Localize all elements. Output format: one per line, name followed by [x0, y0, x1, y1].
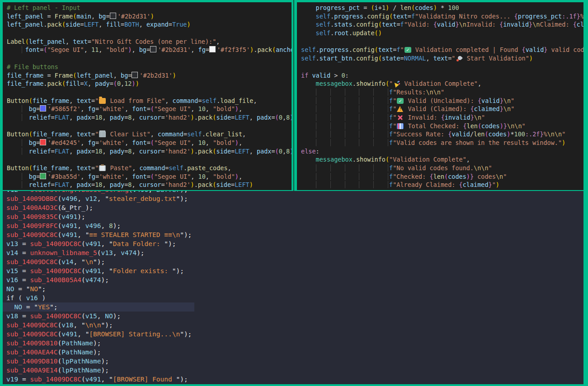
code-token: else — [301, 148, 316, 155]
code-token: ); — [93, 349, 101, 356]
code-token — [301, 4, 316, 11]
code-token: ) — [529, 55, 533, 62]
code-token: Data Folder: — [113, 240, 165, 247]
code-token: , — [139, 21, 146, 28]
code-token: ( — [212, 114, 216, 121]
code-token: self — [316, 13, 331, 20]
code-token — [7, 114, 22, 121]
code-token: f — [389, 105, 393, 112]
editor-right-pane[interactable]: progress_pct = (i+1) / len(codes) * 100 … — [297, 2, 583, 190]
code-line: bg='#5865f2', fg='white', font=("Segoe U… — [3, 105, 292, 113]
code-token: codes — [489, 130, 507, 138]
code-token: " — [93, 258, 97, 265]
code-line: else: — [297, 147, 583, 156]
code-token: = — [51, 181, 55, 188]
code-token: 10 — [198, 173, 206, 180]
code-token: Claimed: — [540, 21, 573, 28]
code-token: "Validating Nitro codes... — [415, 13, 514, 20]
code-token: , — [113, 249, 121, 256]
code-token: Invalid: — [404, 114, 441, 121]
code-token: f — [389, 114, 393, 121]
panel-divider — [293, 0, 294, 191]
code-token: = — [80, 21, 84, 28]
code-token: = — [80, 80, 84, 87]
decompiler-pane[interactable]: v12 = std::string::basic_string(v496, Bu… — [3, 191, 583, 384]
code-line: left_panel = Frame(main, bg='#2b2d31') — [3, 12, 292, 21]
code-token: , — [239, 139, 242, 146]
code-token: " — [109, 267, 113, 274]
code-line: f"No valid codes found.\n\n" — [297, 164, 583, 172]
code-token: len — [474, 130, 485, 138]
code-token: PathName — [61, 349, 93, 356]
code-token: YES — [38, 303, 50, 311]
code-token: Folder exists: — [113, 267, 172, 274]
code-token: , — [113, 72, 121, 79]
code-token: = — [110, 80, 113, 87]
code-line: sub_14009DC8C(v491, "≡≡ STEALER STARTED … — [3, 230, 583, 239]
code-token: \n\n — [85, 321, 101, 329]
code-token: , — [77, 330, 85, 338]
code-token: , — [69, 97, 76, 104]
code-token: self — [202, 97, 217, 104]
code-token: " — [393, 114, 396, 121]
editor-left-pane[interactable]: # Left panel - Inputleft_panel = Frame(m… — [3, 2, 292, 190]
code-token — [7, 139, 22, 146]
code-token: LEFT — [235, 114, 249, 121]
code-token: " — [400, 46, 404, 53]
code-token: ( — [371, 4, 374, 11]
code-token — [316, 88, 390, 96]
code-token: ) — [386, 4, 389, 11]
code-token: fg — [88, 105, 95, 112]
code-token: lpPathName — [61, 358, 101, 365]
code-token — [22, 114, 29, 121]
code-token: sub_14009D810 — [6, 358, 58, 365]
check-icon — [397, 98, 404, 104]
code-token — [301, 181, 316, 188]
code-token: Frame — [55, 72, 73, 79]
code-token: text — [393, 13, 408, 20]
code-token: , — [91, 13, 99, 20]
code-token: . — [330, 13, 334, 20]
code-token: text — [73, 38, 88, 45]
code-token: \n\n — [474, 164, 489, 172]
code-token: = — [95, 173, 99, 180]
code-token: 18 — [95, 181, 102, 188]
code-token: pack — [198, 114, 213, 121]
code-token: = — [36, 139, 40, 146]
code-token: sub_14009DC8C — [30, 312, 81, 320]
code-token: = — [169, 21, 172, 28]
code-token — [301, 139, 316, 146]
code-token: command — [173, 97, 198, 104]
code-token: ) — [191, 181, 194, 188]
code-token: f — [411, 13, 415, 20]
code-token: . — [353, 21, 356, 28]
code-token: "Already Claimed: — [393, 181, 459, 188]
code-token: . — [330, 29, 334, 37]
code-token: pack — [198, 181, 213, 188]
code-token: 0 — [117, 80, 121, 87]
code-token: v496 — [61, 195, 77, 202]
code-token: font — [132, 139, 147, 146]
code-token: f — [389, 97, 393, 104]
code-token: \n\n — [426, 88, 441, 96]
code-token: i — [375, 4, 378, 11]
code-token: "Checked: — [393, 173, 429, 180]
code-token: ); — [113, 312, 121, 320]
code-token: "Segoe UI" — [47, 46, 84, 53]
code-token: padx — [76, 114, 91, 121]
code-token: ) — [191, 148, 194, 155]
code-token: , — [125, 173, 132, 180]
code-token: } — [529, 21, 532, 28]
code-token: config — [367, 13, 389, 20]
code-token: 0 — [341, 72, 345, 79]
code-token: Total Checked: — [404, 122, 463, 130]
code-token: ); — [97, 258, 105, 265]
code-token: 'hand2' — [165, 114, 191, 121]
code-token: v12 — [85, 195, 97, 202]
trash-icon — [99, 131, 106, 137]
code-line: self.root.update() — [297, 29, 583, 37]
code-token — [6, 303, 14, 311]
code-token: start_btn — [320, 55, 353, 62]
code-token: ( — [81, 376, 85, 383]
color-swatch — [40, 105, 46, 112]
